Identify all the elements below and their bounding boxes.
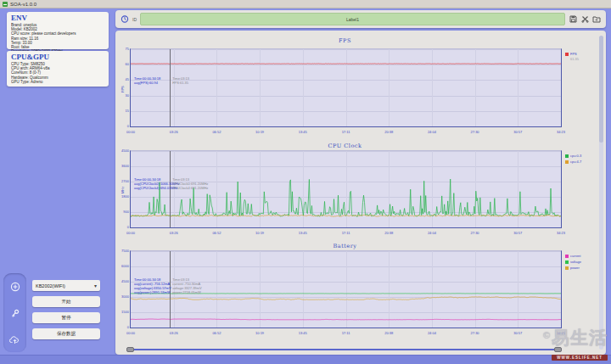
series-line-power (131, 297, 561, 300)
x-tick-label: 06:52 (212, 232, 221, 235)
legend-label: current (570, 254, 580, 258)
env-panel: ENV Brand: oneplusModel: KB2002CPU score… (7, 12, 109, 49)
refresh-icon[interactable] (121, 15, 129, 24)
time-range-slider[interactable] (128, 347, 560, 352)
x-tick-label: 30:57 (513, 232, 522, 235)
legend-item[interactable]: current (565, 254, 581, 258)
y-tick-label: 30 (116, 94, 129, 98)
legend-item[interactable]: FPS (565, 52, 579, 56)
cpu-gpu-lines: CPU Type: SM8250CPU arch: ARM64-v8aCoreN… (11, 62, 104, 84)
charts-panel: FPS0153045607500:0003:2606:5210:1913:451… (115, 31, 606, 355)
save-data-button-label: 保存数据 (57, 331, 76, 337)
x-tick-label: 00:00 (126, 232, 135, 235)
chevron-down-icon: ▾ (94, 283, 97, 288)
cpu-gpu-line: GPU Type: Adreno (11, 80, 104, 84)
scissors-icon[interactable] (580, 15, 589, 24)
y-tick-label: 7500 (116, 249, 129, 253)
save-data-button[interactable]: 保存数据 (32, 328, 100, 339)
x-tick-label: 27:30 (471, 332, 479, 335)
x-tick-label: 20:38 (384, 332, 393, 335)
y-tick-label: 1500 (116, 311, 129, 314)
chart-plot-1[interactable]: 0900180027003600450000:0003:2606:5210:19… (130, 150, 562, 228)
tool-rail (3, 273, 26, 352)
session-label-value: Label1 (346, 17, 359, 22)
legend-label: cpu:0-3 (570, 154, 581, 158)
legend-label: voltage (570, 260, 581, 264)
x-tick-label: 24:04 (428, 232, 436, 235)
key-icon[interactable] (9, 308, 20, 319)
x-tick-label: 10:19 (255, 332, 264, 335)
pause-button[interactable]: 暂停 (32, 312, 100, 323)
y-tick-label: 3000 (116, 295, 129, 299)
slider-handle-left[interactable] (126, 347, 134, 352)
charts-scrollbar-thumb[interactable] (599, 36, 603, 143)
x-tick-label: 17:11 (342, 332, 350, 335)
id-label: ID (132, 17, 137, 22)
y-tick-label: 2700 (116, 180, 129, 183)
series-line-current (131, 319, 561, 320)
x-tick-label: 17:11 (342, 232, 350, 235)
legend-swatch (565, 260, 569, 264)
x-tick-label: 13:45 (299, 332, 307, 335)
x-tick-label: 13:45 (299, 131, 307, 134)
x-tick-label: 03:26 (170, 232, 178, 235)
x-tick-label: 03:26 (170, 332, 178, 335)
slider-track[interactable] (128, 349, 560, 350)
y-tick-label: 3600 (116, 165, 129, 168)
charts-scrollbar[interactable] (599, 36, 603, 350)
chart-plot-2[interactable]: 01500300045006000750000:0003:2606:5210:1… (130, 250, 562, 328)
y-tick-label: 900 (116, 210, 129, 214)
export-folder-icon[interactable] (592, 15, 601, 24)
y-tick-label: 4500 (116, 149, 129, 153)
chart-legend: cpu:0-3cpu:4-7 (565, 154, 581, 165)
x-tick-label: 13:45 (299, 232, 307, 235)
y-tick-label: 15 (116, 109, 129, 113)
chart-plot-0[interactable]: 0153045607500:0003:2606:5210:1913:4517:1… (130, 48, 562, 127)
legend-value: 61.35 (570, 57, 579, 61)
cloud-upload-icon[interactable] (9, 335, 20, 344)
y-tick-label: 4500 (116, 280, 129, 283)
tooltip-point-values: Time:03:13 CPUClock0:691.20MHz CPUClock4… (172, 178, 208, 191)
chart-legend: FPS61.35 (565, 52, 579, 63)
title-bar: SOA-v1.0.0 (0, 0, 611, 8)
app-window: SOA-v1.0.0 ENV Brand: oneplusModel: KB20… (0, 0, 611, 364)
cursor-line[interactable] (170, 49, 171, 126)
save-icon[interactable] (569, 15, 577, 24)
window-title: SOA-v1.0.0 (10, 2, 36, 7)
chart-title-fps: FPS (130, 37, 560, 44)
x-tick-label: 30:57 (513, 131, 522, 134)
x-tick-label: 17:11 (342, 131, 350, 134)
chart-title-cpu-clock: CPU Clock (130, 143, 560, 149)
start-button[interactable]: 开始 (32, 296, 100, 307)
x-tick-label: 34:23 (557, 332, 565, 335)
session-label-field[interactable]: Label1 (140, 13, 565, 25)
start-button-label: 开始 (62, 299, 71, 305)
y-tick-label: 1800 (116, 195, 129, 199)
legend-item[interactable]: power (565, 266, 581, 270)
x-tick-label: 34:23 (557, 232, 565, 235)
legend-swatch (565, 160, 569, 164)
y-tick-label: 60 (116, 63, 129, 66)
legend-item[interactable]: cpu:4-7 (565, 160, 581, 164)
x-tick-label: 27:30 (471, 131, 479, 134)
x-tick-label: 00:00 (126, 131, 135, 134)
legend-item[interactable]: voltage (565, 260, 581, 264)
legend-swatch (565, 266, 569, 270)
legend-label: FPS (570, 52, 577, 56)
device-select-value: KB2002(WIFI) (36, 283, 65, 288)
x-tick-label: 03:26 (170, 131, 178, 134)
legend-label: power (570, 266, 580, 270)
legend-swatch (565, 154, 569, 158)
legend-item[interactable]: cpu:0-3 (565, 154, 581, 158)
y-tick-label: 6000 (116, 265, 129, 268)
x-tick-label: 34:23 (557, 131, 565, 134)
y-axis-label: MHz (121, 187, 125, 193)
env-lines: Brand: oneplusModel: KB2002CPU score: pl… (11, 23, 104, 53)
tooltip-point-values: Time:03:13 FPS:61.35 (172, 77, 189, 86)
device-select[interactable]: KB2002(WIFI) ▾ (32, 280, 100, 291)
x-tick-label: 24:04 (428, 332, 436, 335)
y-tick-label: 0 (116, 125, 129, 128)
x-tick-label: 06:52 (212, 131, 221, 134)
slider-handle-right[interactable] (554, 347, 562, 352)
add-icon[interactable] (10, 282, 20, 292)
